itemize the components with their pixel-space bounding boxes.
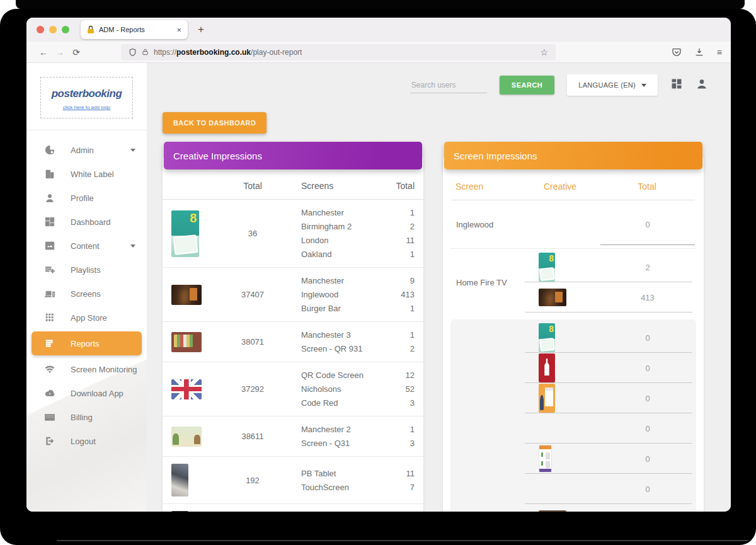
sidebar-item-label: Billing — [71, 413, 93, 422]
column-header-total-right: Total — [374, 181, 415, 191]
sidebar-item-playlists[interactable]: Playlists — [26, 258, 147, 282]
table-row[interactable]: 38611Manchester 21Screen - Q313 — [163, 416, 423, 457]
logo-upload-box[interactable]: posterbooking click here to add logo — [40, 77, 133, 118]
screen-count: 3 — [410, 397, 415, 409]
creative-thumbnail — [171, 464, 188, 496]
creative-impressions-header: Creative Impressions — [164, 142, 422, 169]
screen-count: 7 — [410, 481, 415, 493]
playlists-icon — [44, 264, 55, 275]
screen-count: 1 — [410, 329, 415, 341]
table-row[interactable]: 192PB Tablet11TouchScreen7 — [163, 457, 423, 504]
address-bar[interactable]: https://posterbooking.co.uk/play-out-rep… — [121, 44, 556, 60]
tab-close-icon[interactable]: × — [176, 26, 181, 34]
new-tab-button[interactable]: + — [198, 23, 204, 36]
screens-cell: Manchester 31Screen - QR 9312 — [286, 329, 415, 355]
sidebar-item-screens[interactable]: Screens — [26, 282, 147, 306]
admin-icon — [44, 144, 55, 156]
search-button[interactable]: SEARCH — [500, 76, 554, 95]
app-content: posterbooking click here to add logo Adm… — [26, 63, 731, 512]
sidebar-item-billing[interactable]: Billing — [26, 405, 147, 429]
screen-count: 413 — [401, 289, 415, 301]
table-row[interactable]: 37292QR Code Screen12Nicholsons52Code Re… — [163, 362, 423, 416]
sidebar-item-logout[interactable]: Logout — [26, 429, 147, 453]
screen-line: QR Code Screen12 — [301, 369, 415, 381]
creative-row[interactable]: 0 — [525, 383, 696, 413]
table-row[interactable]: 17PB Tablet11SignPlayer AA1 — [163, 504, 423, 512]
bookmark-star-icon[interactable]: ☆ — [540, 47, 548, 57]
downloads-icon[interactable] — [694, 47, 704, 57]
screens-cell: Manchester1Birmingham 22London11Oakland1 — [286, 207, 415, 260]
screens-cell: Manchester 21Screen - Q313 — [286, 423, 415, 449]
menu-icon[interactable]: ≡ — [717, 47, 722, 57]
sidebar-item-label: Download App — [71, 389, 123, 398]
back-icon[interactable]: ← — [35, 47, 52, 57]
forward-icon[interactable]: → — [52, 47, 68, 57]
apps-grid-icon[interactable] — [670, 77, 683, 93]
creative-row[interactable]: 0 — [525, 353, 696, 383]
sidebar-item-screen-monitoring[interactable]: Screen Monitoring — [26, 357, 147, 381]
screen-monitoring-icon — [44, 364, 55, 375]
sidebar-item-admin[interactable]: Admin — [26, 138, 147, 162]
sidebar-item-profile[interactable]: Profile — [26, 186, 147, 210]
white-label-icon — [44, 168, 55, 180]
screen-name — [450, 323, 525, 512]
logout-icon — [44, 435, 55, 447]
creative-total: 0 — [600, 220, 695, 229]
creative-thumbnail — [539, 289, 566, 306]
app-store-icon — [44, 312, 55, 323]
screen-count: 52 — [406, 383, 415, 395]
back-to-dashboard-button[interactable]: BACK TO DASHBOARD — [163, 112, 266, 134]
creative-thumbnail — [539, 445, 552, 473]
creative-row[interactable]: 0 — [525, 413, 696, 444]
screen-count: 9 — [410, 275, 415, 287]
sidebar-item-white-label[interactable]: White Label — [26, 162, 147, 186]
table-row[interactable]: 37407Manchester9Inglewood413Burger Bar1 — [163, 268, 423, 322]
close-window-button[interactable] — [37, 26, 44, 33]
screen-name: Screen - QR 931 — [301, 343, 363, 355]
url-scheme: https:// — [154, 48, 176, 57]
creative-row[interactable]: 0 — [525, 204, 696, 245]
tracking-shield-icon[interactable] — [129, 48, 137, 57]
user-account-icon[interactable] — [696, 77, 708, 93]
report-panels: Creative Impressions Total Screens Total… — [163, 142, 731, 512]
screen-name: Inglewood — [450, 204, 525, 245]
search-input[interactable] — [410, 77, 487, 93]
creative-total: 36 — [219, 229, 286, 238]
creative-thumbnail-cell — [171, 464, 219, 496]
creative-row[interactable]: 413 — [525, 282, 696, 313]
creative-row[interactable]: 0 — [525, 323, 696, 353]
creative-row[interactable]: 0 — [525, 474, 696, 504]
creative-row[interactable]: 0 — [525, 504, 696, 512]
creative-thumbnail-cell — [525, 353, 595, 382]
creative-thumbnail-cell — [525, 384, 595, 413]
screen-line: Manchester 21 — [301, 423, 415, 435]
url-domain: posterbooking.co.uk — [176, 48, 251, 57]
language-button[interactable]: LANGUAGE (EN) — [567, 74, 658, 96]
browser-tab[interactable]: ADM - Reports × — [81, 20, 188, 39]
creative-total: 37292 — [219, 384, 286, 394]
toolbar-right-icons: ≡ — [672, 47, 722, 57]
browser-tab-bar: ADM - Reports × + — [26, 18, 731, 42]
minimize-window-button[interactable] — [49, 26, 57, 33]
lock-icon[interactable] — [142, 48, 149, 56]
sidebar-item-reports[interactable]: Reports — [32, 331, 142, 355]
creative-total: 413 — [600, 293, 695, 302]
sidebar-item-download-app[interactable]: Download App — [26, 381, 147, 405]
table-row[interactable]: 38071Manchester 31Screen - QR 9312 — [163, 322, 423, 362]
column-header-screens: Screens — [286, 181, 374, 191]
chevron-down-icon — [130, 149, 135, 152]
creative-row[interactable]: 2 — [525, 252, 696, 282]
panel-title: Creative Impressions — [173, 151, 262, 161]
sidebar-item-app-store[interactable]: App Store — [26, 306, 147, 330]
table-row[interactable]: 36Manchester1Birmingham 22London11Oaklan… — [163, 200, 423, 268]
profile-icon — [44, 192, 55, 204]
creative-row[interactable]: 0 — [525, 444, 696, 474]
add-logo-link[interactable]: click here to add logo — [63, 105, 111, 110]
content-icon — [44, 240, 55, 251]
zoom-window-button[interactable] — [62, 26, 69, 33]
creative-thumbnail-cell — [525, 289, 595, 306]
reload-icon[interactable]: ⟳ — [68, 47, 84, 57]
sidebar-item-content[interactable]: Content — [26, 234, 147, 258]
pocket-icon[interactable] — [672, 47, 682, 57]
sidebar-item-dashboard[interactable]: Dashboard — [26, 210, 147, 234]
